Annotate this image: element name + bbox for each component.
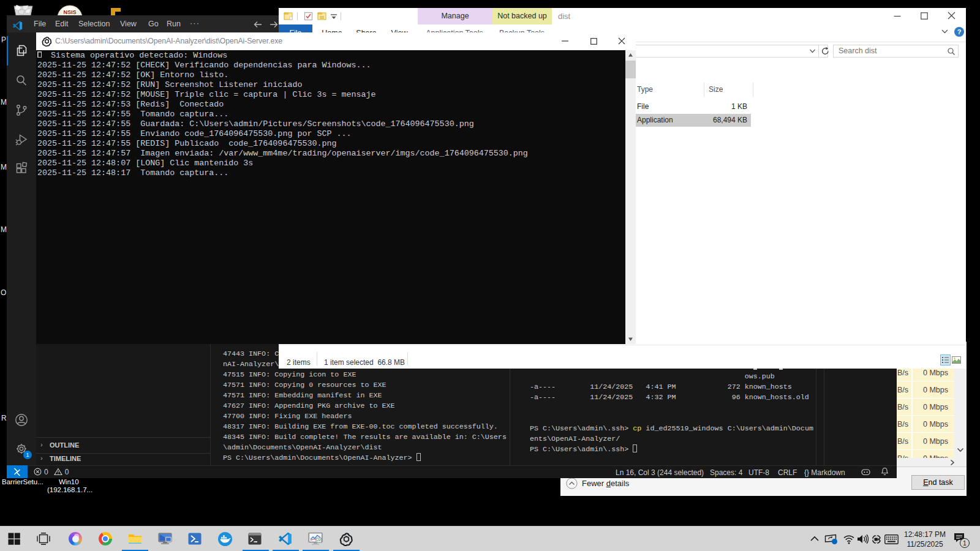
svg-text:NSIS: NSIS xyxy=(63,9,76,15)
